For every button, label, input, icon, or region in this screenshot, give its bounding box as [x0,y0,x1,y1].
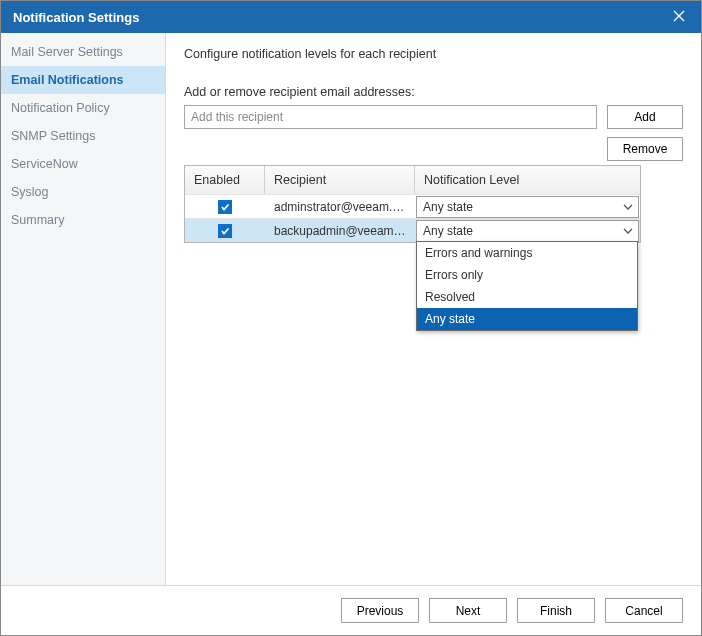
dialog-body: Mail Server Settings Email Notifications… [1,33,701,585]
dropdown-item[interactable]: Any state [417,308,637,330]
notification-settings-window: Notification Settings Mail Server Settin… [0,0,702,636]
table-header: Enabled Recipient Notification Level [185,166,640,194]
sidebar-item-syslog[interactable]: Syslog [1,178,165,206]
sidebar-item-notification-policy[interactable]: Notification Policy [1,94,165,122]
column-notification-level[interactable]: Notification Level [415,166,640,194]
combo-value: Any state [423,200,473,214]
combo-value: Any state [423,224,473,238]
sidebar-item-servicenow[interactable]: ServiceNow [1,150,165,178]
cancel-button[interactable]: Cancel [605,598,683,623]
add-button[interactable]: Add [607,105,683,129]
dialog-footer: Previous Next Finish Cancel [1,585,701,635]
notification-level-dropdown[interactable]: Errors and warnings Errors only Resolved… [416,241,638,331]
close-icon [673,10,685,25]
notification-level-combo[interactable]: Any state [416,196,639,218]
recipient-cell: backupadmin@veeam.co... [265,224,415,238]
sidebar-item-summary[interactable]: Summary [1,206,165,234]
remove-button[interactable]: Remove [607,137,683,161]
enabled-checkbox[interactable] [218,224,232,238]
page-description: Configure notification levels for each r… [184,47,683,61]
dialog-title: Notification Settings [13,10,139,25]
recipient-input[interactable] [184,105,597,129]
chevron-down-icon [622,200,634,214]
add-recipient-row: Add [184,105,683,129]
sidebar: Mail Server Settings Email Notifications… [1,33,166,585]
recipients-table: Enabled Recipient Notification Level adm… [184,165,641,243]
dropdown-item[interactable]: Errors and warnings [417,242,637,264]
notification-level-combo[interactable]: Any state [416,220,639,242]
table-row[interactable]: adminstrator@veeam.com Any state [185,194,640,218]
dropdown-item[interactable]: Resolved [417,286,637,308]
next-button[interactable]: Next [429,598,507,623]
sidebar-item-mail-server-settings[interactable]: Mail Server Settings [1,38,165,66]
section-subtitle: Add or remove recipient email addresses: [184,85,683,99]
chevron-down-icon [622,224,634,238]
previous-button[interactable]: Previous [341,598,419,623]
close-button[interactable] [657,1,701,33]
column-enabled[interactable]: Enabled [185,166,265,194]
sidebar-item-email-notifications[interactable]: Email Notifications [1,66,165,94]
table-row[interactable]: backupadmin@veeam.co... Any state [185,218,640,242]
dropdown-item[interactable]: Errors only [417,264,637,286]
column-recipient[interactable]: Recipient [265,166,415,194]
title-bar: Notification Settings [1,1,701,33]
main-panel: Configure notification levels for each r… [166,33,701,585]
finish-button[interactable]: Finish [517,598,595,623]
enabled-checkbox[interactable] [218,200,232,214]
recipient-cell: adminstrator@veeam.com [265,200,415,214]
sidebar-item-snmp-settings[interactable]: SNMP Settings [1,122,165,150]
recipients-table-wrap: Enabled Recipient Notification Level adm… [184,165,683,243]
